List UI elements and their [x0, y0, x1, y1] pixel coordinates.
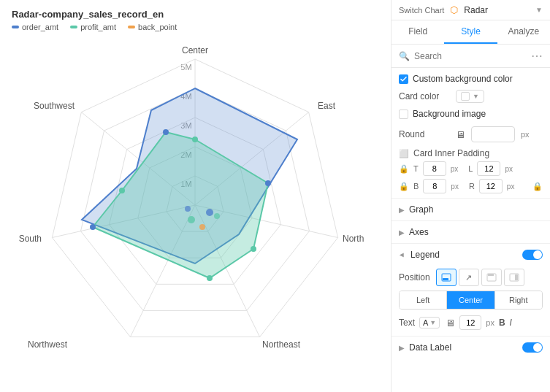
custom-bg-checkbox[interactable]	[399, 74, 408, 84]
axes-chevron-icon: ▶	[399, 228, 405, 237]
data-label-chevron-icon: ▶	[399, 344, 405, 352]
axes-section-header[interactable]: ▶ Axes	[392, 221, 550, 243]
axes-section-title: Axes	[409, 227, 429, 237]
panel-content: Custom background color Card color ▼ Bac…	[392, 68, 550, 392]
padding-t-input[interactable]	[423, 161, 446, 176]
tab-bar: Field Style Analyze	[392, 20, 550, 45]
legend-section: ▼ Legend Position	[392, 243, 550, 336]
text-selector[interactable]: A ▼	[419, 317, 440, 328]
legend-color-profit	[70, 26, 77, 28]
font-size-input[interactable]	[459, 315, 481, 330]
padding-b-unit: px	[451, 182, 459, 191]
svg-point-29	[214, 213, 220, 219]
tab-style[interactable]: Style	[444, 20, 497, 44]
svg-text:South: South	[19, 234, 42, 244]
switch-chart-bar: Switch Chart ⬡ Radar ▼	[392, 0, 550, 20]
svg-text:North: North	[343, 234, 364, 244]
legend-section-header[interactable]: ▼ Legend	[392, 244, 550, 266]
svg-point-20	[265, 180, 271, 186]
card-color-button[interactable]: ▼	[456, 90, 484, 103]
graph-chevron-icon: ▶	[399, 206, 405, 214]
padding-b-label: B	[413, 182, 419, 191]
radar-chart: 5M 4M 3M 2M 1M	[0, 37, 391, 373]
svg-rect-41	[488, 274, 494, 276]
legend-label-profit: profit_amt	[80, 23, 116, 31]
custom-bg-label: Custom background color	[413, 74, 513, 84]
svg-point-26	[206, 209, 213, 216]
text-option-a: A	[423, 318, 428, 327]
pos-icon-bottom-left[interactable]	[436, 269, 457, 286]
svg-text:Southwest: Southwest	[34, 101, 75, 111]
legend-color-order	[12, 26, 19, 28]
chart-area: Radar-company_sales_record_en order_amt …	[0, 0, 391, 392]
data-label-section-title: Data Label	[409, 342, 451, 353]
legend-label-back: back_point	[138, 23, 177, 31]
pos-btn-right[interactable]: Right	[495, 291, 542, 309]
pos-btn-center[interactable]: Center	[447, 291, 494, 309]
card-color-row: Card color ▼	[392, 87, 550, 106]
padding-top-left-row: 🔒 T px L px	[399, 161, 543, 176]
monitor-legend-icon: 🖥	[446, 318, 455, 328]
search-input[interactable]	[414, 51, 527, 61]
chart-legend: order_amt profit_amt back_point	[0, 23, 391, 37]
bg-image-checkbox[interactable]	[399, 109, 408, 119]
chart-title: Radar-company_sales_record_en	[0, 0, 391, 23]
legend-content: Position ↗	[392, 266, 550, 336]
custom-bg-color-row: Custom background color	[392, 68, 550, 87]
pos-icon-top-right[interactable]	[481, 269, 502, 286]
bg-image-row: Background image	[392, 106, 550, 123]
svg-text:Northeast: Northeast	[262, 339, 301, 350]
lock-right-icon: 🔒	[399, 182, 409, 191]
dropdown-arrow-icon[interactable]: ▼	[535, 6, 543, 14]
pos-icon-right[interactable]	[504, 269, 524, 286]
more-options-icon[interactable]: ⋯	[531, 49, 543, 63]
padding-r-unit: px	[507, 182, 515, 191]
padding-b-input[interactable]	[423, 179, 446, 193]
padding-fields: 🔒 T px L px 🔒 B px R px 🔒	[392, 160, 550, 198]
lock-left-icon: 🔒	[399, 164, 409, 174]
data-label-toggle[interactable]	[522, 342, 543, 353]
graph-section-title: Graph	[409, 204, 433, 215]
pos-icon-cursor[interactable]: ↗	[459, 269, 479, 286]
svg-point-21	[251, 246, 256, 252]
padding-l-input[interactable]	[477, 161, 500, 176]
search-icon: 🔍	[399, 51, 410, 61]
text-format-row: Text A ▼ 🖥 px B I	[399, 315, 543, 330]
pos-btn-left[interactable]: Left	[400, 291, 447, 309]
svg-text:Northwest: Northwest	[28, 339, 68, 350]
data-label-section-header[interactable]: ▶ Data Label	[392, 337, 550, 358]
bold-button[interactable]: B	[499, 318, 505, 328]
padding-bottom-right-row: 🔒 B px R px 🔒	[399, 179, 543, 193]
legend-item-back: back_point	[128, 23, 177, 31]
position-row: Position ↗	[399, 269, 543, 286]
chart-type-icon: ⬡	[450, 4, 458, 15]
padding-l-label: L	[468, 164, 473, 173]
round-input[interactable]	[471, 126, 515, 142]
legend-toggle[interactable]	[522, 250, 543, 260]
italic-button[interactable]: I	[510, 318, 512, 328]
round-row: Round 🖥 px	[392, 123, 550, 145]
svg-point-24	[119, 188, 125, 193]
axes-section: ▶ Axes	[392, 220, 550, 243]
chart-type-value: Radar	[464, 5, 530, 15]
card-color-label: Card color	[399, 91, 450, 101]
switch-chart-label: Switch Chart	[399, 6, 444, 15]
tab-analyze[interactable]: Analyze	[497, 20, 550, 44]
svg-point-19	[192, 137, 198, 142]
legend-section-title: Legend	[410, 250, 440, 260]
svg-point-28	[199, 224, 205, 230]
tab-field[interactable]: Field	[392, 20, 444, 44]
svg-text:East: East	[318, 101, 336, 111]
padding-t-unit: px	[451, 165, 459, 173]
dropdown-icon: ▼	[473, 93, 479, 100]
svg-point-27	[188, 216, 195, 223]
svg-point-23	[90, 224, 96, 230]
data-label-section: ▶ Data Label	[392, 336, 550, 358]
padding-r-label: R	[469, 182, 475, 191]
svg-text:5M: 5M	[180, 63, 191, 72]
padding-r-input[interactable]	[479, 179, 503, 193]
legend-item-order: order_amt	[12, 23, 58, 31]
text-format-label: Text	[399, 318, 415, 328]
card-inner-padding-header: ⬜ Card Inner Padding	[392, 145, 550, 160]
graph-section-header[interactable]: ▶ Graph	[392, 199, 550, 220]
